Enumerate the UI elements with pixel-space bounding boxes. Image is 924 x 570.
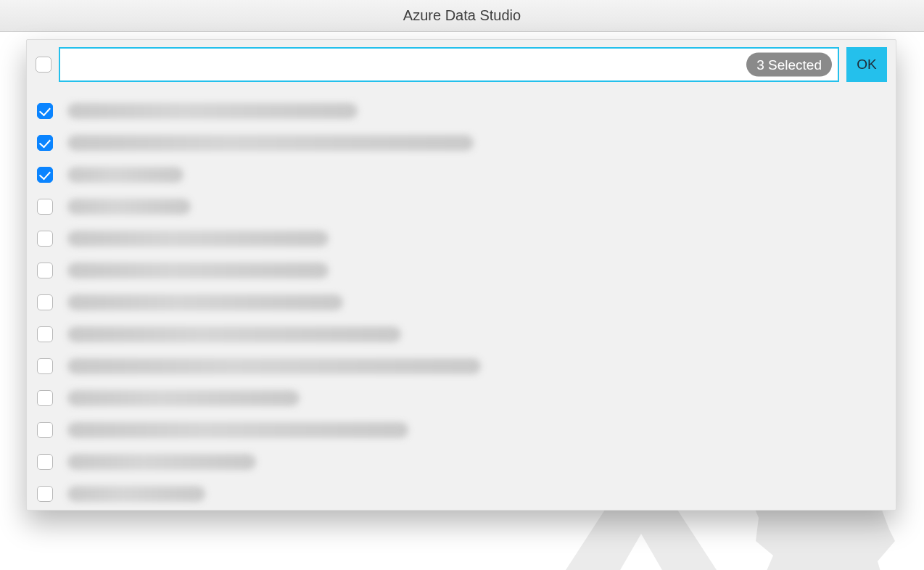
selection-panel: 3 Selected OK	[26, 39, 896, 511]
item-label-redacted	[67, 263, 329, 278]
item-label-redacted	[67, 167, 183, 183]
item-checkbox[interactable]	[37, 486, 53, 502]
item-label-redacted	[67, 486, 205, 502]
item-label-redacted	[67, 326, 401, 342]
list-item[interactable]	[36, 223, 887, 255]
item-label-redacted	[67, 390, 300, 406]
item-checkbox[interactable]	[37, 294, 53, 310]
item-label-redacted	[67, 103, 358, 119]
window-titlebar: Azure Data Studio	[0, 0, 924, 32]
list-item[interactable]	[36, 286, 887, 318]
item-checkbox[interactable]	[37, 358, 53, 374]
item-checkbox[interactable]	[37, 390, 53, 406]
item-checkbox[interactable]	[37, 135, 53, 151]
list-item[interactable]	[36, 446, 887, 478]
list-item[interactable]	[36, 350, 887, 382]
item-label-redacted	[67, 135, 474, 151]
list-item[interactable]	[36, 318, 887, 350]
item-checkbox[interactable]	[37, 326, 53, 342]
item-checkbox[interactable]	[37, 167, 53, 183]
item-checkbox[interactable]	[37, 199, 53, 215]
options-list	[36, 95, 887, 510]
ok-button[interactable]: OK	[846, 47, 887, 82]
item-checkbox[interactable]	[37, 422, 53, 438]
list-item[interactable]	[36, 382, 887, 414]
item-label-redacted	[67, 294, 343, 310]
window-title: Azure Data Studio	[403, 7, 521, 24]
panel-header: 3 Selected OK	[36, 47, 887, 82]
item-label-redacted	[67, 231, 329, 247]
list-item[interactable]	[36, 414, 887, 446]
selected-count-badge: 3 Selected	[746, 53, 832, 77]
item-checkbox[interactable]	[37, 231, 53, 247]
list-item[interactable]	[36, 255, 887, 286]
list-item[interactable]	[36, 127, 887, 159]
item-checkbox[interactable]	[37, 454, 53, 470]
search-wrapper: 3 Selected	[59, 47, 839, 82]
item-label-redacted	[67, 422, 408, 438]
item-checkbox[interactable]	[37, 103, 53, 119]
select-all-checkbox[interactable]	[36, 57, 51, 73]
item-label-redacted	[67, 358, 481, 374]
list-item[interactable]	[36, 95, 887, 127]
item-label-redacted	[67, 199, 191, 215]
list-item[interactable]	[36, 478, 887, 510]
list-item[interactable]	[36, 159, 887, 191]
list-item[interactable]	[36, 191, 887, 223]
search-input[interactable]	[59, 47, 839, 82]
item-label-redacted	[67, 454, 256, 470]
item-checkbox[interactable]	[37, 263, 53, 278]
